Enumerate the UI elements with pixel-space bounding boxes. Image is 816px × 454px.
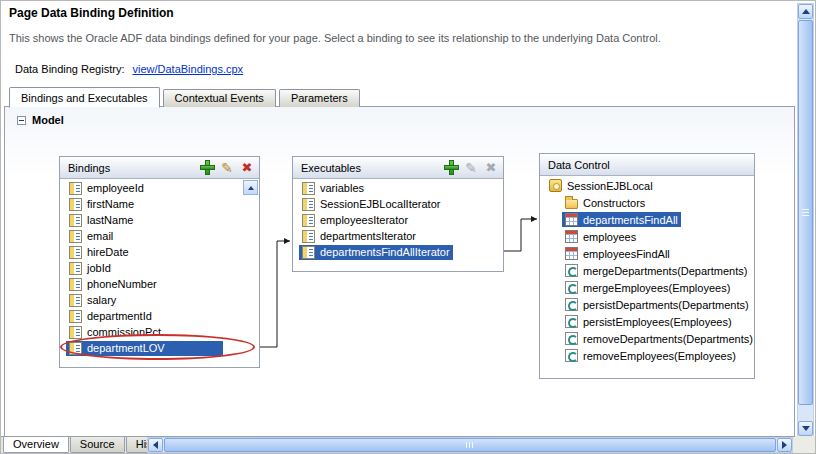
tab-parameters[interactable]: Parameters	[279, 89, 360, 107]
method-icon	[565, 315, 578, 328]
binding-icon	[69, 214, 82, 227]
add-executable-button[interactable]	[442, 159, 460, 177]
tree-item-label: mergeEmployees(Employees)	[582, 282, 730, 294]
executables-toolbar	[442, 159, 500, 177]
collection-icon	[565, 213, 578, 226]
edit-binding-button[interactable]	[218, 159, 236, 177]
data-control-panel-header: Data Control	[540, 154, 754, 176]
scroll-right-button[interactable]	[777, 438, 792, 452]
connector-iterator-to-departmentsFindAll	[504, 219, 537, 251]
executable-item-label: departmentsIterator	[319, 230, 416, 242]
data-control-panel: Data Control SessionEJBLocal Constructor…	[539, 153, 755, 379]
bindings-panel: Bindings employeeId firstName lastName e…	[59, 156, 260, 368]
executable-item[interactable]: employeesIterator	[293, 212, 503, 228]
connector-departmentLOV-to-executables	[260, 241, 290, 347]
executables-panel: Executables variables SessionEJBLocalIte…	[292, 156, 504, 272]
binding-item[interactable]: email	[60, 228, 259, 244]
binding-icon	[69, 326, 82, 339]
bindings-list: employeeId firstName lastName email hire…	[60, 179, 259, 356]
executable-item-label: SessionEJBLocalIterator	[319, 198, 440, 210]
tree-item-label: mergeDepartments(Departments)	[582, 265, 747, 277]
executable-icon	[302, 182, 315, 195]
tree-item-selected[interactable]: departmentsFindAll	[540, 211, 754, 228]
bottom-tab-overview[interactable]: Overview	[3, 437, 69, 453]
executables-panel-header: Executables	[293, 157, 503, 179]
page-description: This shows the Oracle ADF data bindings …	[9, 32, 661, 44]
tree-item[interactable]: employeesFindAll	[540, 245, 754, 262]
scrollbar-corner	[793, 436, 815, 453]
binding-icon	[69, 310, 82, 323]
delete-x-icon	[486, 160, 497, 175]
tree-item[interactable]: removeEmployees(Employees)	[540, 347, 754, 364]
binding-item[interactable]: departmentId	[60, 308, 259, 324]
executable-item-selected[interactable]: departmentsFindAllIterator	[293, 244, 503, 260]
executable-icon	[302, 230, 315, 243]
scroll-up-icon	[802, 9, 810, 14]
editor-tab-strip: Bindings and Executables Contextual Even…	[9, 86, 363, 107]
binding-item[interactable]: jobId	[60, 260, 259, 276]
editor-bottom-bar: Overview Source History	[1, 436, 815, 453]
binding-item-label: hireDate	[86, 246, 129, 258]
method-icon	[565, 332, 578, 345]
vertical-scrollbar-thumb[interactable]	[798, 20, 813, 405]
vertical-scrollbar[interactable]	[797, 3, 814, 437]
tree-item[interactable]: persistDepartments(Departments)	[540, 296, 754, 313]
tree-item-label: removeEmployees(Employees)	[582, 350, 736, 362]
binding-item-label: phoneNumber	[86, 278, 157, 290]
tree-item-label: persistDepartments(Departments)	[582, 299, 749, 311]
binding-item[interactable]: salary	[60, 292, 259, 308]
model-collapse-toggle[interactable]	[17, 116, 26, 125]
bottom-tab-source[interactable]: Source	[70, 437, 125, 453]
data-control-root-item[interactable]: SessionEJBLocal	[540, 177, 754, 194]
binding-item-label: lastName	[86, 214, 133, 226]
binding-item-selected[interactable]: departmentLOV	[60, 340, 259, 356]
tree-item[interactable]: mergeDepartments(Departments)	[540, 262, 754, 279]
tree-item[interactable]: removeDepartments(Departments)	[540, 330, 754, 347]
bindings-panel-header: Bindings	[60, 157, 259, 179]
method-icon	[565, 281, 578, 294]
executable-item[interactable]: departmentsIterator	[293, 228, 503, 244]
tab-bindings-and-executables[interactable]: Bindings and Executables	[9, 87, 160, 108]
binding-item[interactable]: phoneNumber	[60, 276, 259, 292]
scroll-up-button[interactable]	[798, 4, 813, 19]
horizontal-scrollbar-thumb[interactable]	[164, 438, 776, 452]
pencil-icon	[465, 160, 477, 176]
binding-item[interactable]: lastName	[60, 212, 259, 228]
executable-item[interactable]: SessionEJBLocalIterator	[293, 196, 503, 212]
bindings-scroll-up-button[interactable]	[243, 180, 258, 195]
model-section: Model Bindings employeeId firstName last…	[4, 106, 795, 437]
tree-item[interactable]: persistEmployees(Employees)	[540, 313, 754, 330]
tree-item-constructors[interactable]: Constructors	[540, 194, 754, 211]
binding-item[interactable]: employeeId	[60, 180, 259, 196]
scroll-down-button[interactable]	[798, 421, 813, 436]
binding-icon	[69, 198, 82, 211]
scroll-down-icon	[802, 426, 810, 431]
binding-item-label: departmentLOV	[86, 342, 165, 354]
tree-item-label: employeesFindAll	[582, 248, 670, 260]
registry-link[interactable]: view/DataBindings.cpx	[132, 63, 243, 75]
scroll-left-button[interactable]	[148, 438, 163, 452]
add-binding-button[interactable]	[198, 159, 216, 177]
executable-item[interactable]: variables	[293, 180, 503, 196]
binding-icon	[69, 246, 82, 259]
tab-contextual-events[interactable]: Contextual Events	[163, 89, 276, 107]
method-icon	[565, 349, 578, 362]
collection-icon	[565, 247, 578, 260]
method-icon	[565, 264, 578, 277]
edit-executable-button[interactable]	[462, 159, 480, 177]
executable-item-label: departmentsFindAllIterator	[319, 246, 450, 258]
page-data-binding-editor: Page Data Binding Definition This shows …	[0, 0, 816, 454]
binding-item-label: employeeId	[86, 182, 144, 194]
delete-executable-button[interactable]	[482, 159, 500, 177]
binding-icon	[69, 278, 82, 291]
horizontal-scrollbar[interactable]	[147, 437, 793, 453]
tree-item[interactable]: employees	[540, 228, 754, 245]
binding-icon	[69, 262, 82, 275]
binding-item[interactable]: hireDate	[60, 244, 259, 260]
binding-item[interactable]: firstName	[60, 196, 259, 212]
binding-item[interactable]: commissionPct	[60, 324, 259, 340]
delete-binding-button[interactable]	[238, 159, 256, 177]
scroll-right-icon	[782, 441, 787, 449]
tree-item[interactable]: mergeEmployees(Employees)	[540, 279, 754, 296]
scroll-left-icon	[153, 441, 158, 449]
